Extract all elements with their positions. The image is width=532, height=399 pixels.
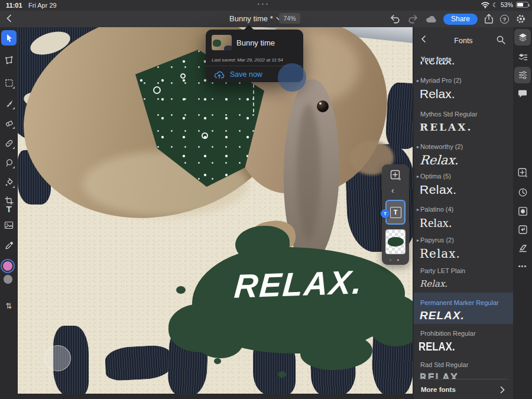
font-item-noteworthy[interactable]: ▸Noteworthy (2) Relax.	[414, 143, 513, 167]
touch-indicator-blue	[278, 63, 306, 92]
font-item-palatino[interactable]: ▸Palatino (4) Relax.	[414, 206, 513, 230]
font-item[interactable]: Relax.	[414, 61, 513, 72]
type-tool[interactable]: T	[1, 201, 17, 216]
font-name: Palatino (4)	[420, 206, 453, 213]
flyout-pager[interactable]: • •	[382, 257, 409, 262]
bunny-eye	[317, 100, 329, 112]
clock-history-icon	[518, 187, 528, 197]
adjustments-button[interactable]	[514, 67, 531, 83]
tool-bar: T ⇅	[0, 27, 18, 399]
do-not-disturb-moon-icon: ☾	[492, 2, 498, 8]
layer-properties-button[interactable]	[514, 48, 531, 65]
smudge-tool[interactable]	[1, 155, 17, 170]
eyedropper-tool[interactable]	[1, 238, 17, 253]
font-name: Rad Std Regular	[420, 361, 468, 368]
clock-time: 11:01	[6, 2, 22, 9]
clean-up-button[interactable]	[514, 240, 531, 257]
font-item-party-let[interactable]: Party LET Plain Relax.	[414, 267, 513, 291]
paint-splatter-dot	[214, 358, 221, 364]
wifi-icon	[481, 2, 489, 8]
pager-dot-dim: •	[390, 257, 394, 262]
cloud-sync-icon[interactable]	[425, 15, 437, 23]
fill-tool[interactable]	[1, 174, 17, 190]
brush-tool[interactable]	[1, 96, 17, 111]
bandana-ring-motif	[202, 132, 208, 139]
font-item-rad-std[interactable]: Rad Std Regular RELAX.	[414, 361, 513, 379]
document-thumbnail	[212, 35, 232, 50]
swap-arrows-icon: ⇅	[6, 301, 12, 310]
swap-colors-button[interactable]: ⇅	[1, 298, 17, 313]
add-layer-button[interactable]	[390, 169, 401, 181]
collapse-chevron-icon[interactable]: ‹	[391, 186, 394, 195]
font-item-myriad-pro[interactable]: ▸Myriad Pro (2) Relax.	[414, 77, 513, 101]
task-bar: •••	[513, 27, 532, 399]
font-name: Optima (5)	[420, 173, 451, 180]
document-title-dropdown[interactable]: Bunny time *	[229, 14, 282, 23]
smudge-icon	[5, 158, 14, 167]
select-tool[interactable]	[1, 75, 17, 90]
layer-mask-button[interactable]	[514, 203, 531, 219]
back-button[interactable]	[5, 14, 15, 24]
save-now-label: Save now	[230, 70, 262, 79]
status-bar: 11:01 Fri Apr 29 • • • ☾ 53%	[0, 0, 532, 11]
fonts-panel: Fonts Your fonts Relax. ▸Myriad Pro (2) …	[414, 27, 513, 399]
add-layer-icon	[390, 169, 401, 181]
sliders-icon	[518, 70, 528, 80]
undo-button[interactable]	[390, 14, 401, 24]
photoshop-ipad-app: 11:01 Fri Apr 29 • • • ☾ 53% Bunny time …	[0, 0, 532, 399]
redo-button[interactable]	[407, 14, 419, 24]
layer-properties-icon	[518, 52, 528, 61]
font-name: Noteworthy (2)	[420, 143, 463, 150]
brush-icon	[5, 99, 14, 108]
export-icon[interactable]	[484, 14, 494, 24]
bunny-eye-highlight	[319, 102, 322, 105]
foreground-color-chip[interactable]	[2, 260, 14, 272]
battery-icon	[516, 2, 528, 8]
add-layer-rail-button[interactable]	[514, 164, 531, 181]
share-button[interactable]: Share	[443, 14, 478, 25]
bandage-icon	[5, 139, 14, 148]
font-preview: Relax.	[414, 87, 513, 101]
eyedropper-icon	[5, 241, 14, 250]
paint-layer-tile[interactable]	[385, 229, 406, 254]
battery-percent: 53%	[501, 1, 513, 8]
more-fonts-button[interactable]: More fonts	[414, 381, 513, 398]
font-item-permanent-marker-selected[interactable]: Permanent Marker Regular RELAX.	[414, 293, 513, 324]
background-color-chip[interactable]	[3, 274, 13, 284]
multitask-dots-icon: • • •	[258, 1, 268, 7]
comments-button[interactable]	[514, 85, 531, 102]
zoom-level-badge[interactable]: 74%	[279, 13, 300, 24]
move-tool[interactable]	[1, 30, 17, 46]
layer-visibility-button[interactable]	[514, 184, 531, 200]
font-preview: Relax.	[414, 216, 513, 230]
transform-tool[interactable]	[1, 53, 17, 68]
settings-gear-icon[interactable]	[515, 14, 526, 24]
font-item-papyrus[interactable]: ▸Papyrus (2) Relax.	[414, 236, 513, 261]
layers-icon	[518, 33, 528, 43]
search-icon[interactable]	[496, 35, 506, 45]
layers-panel-button[interactable]	[514, 29, 531, 46]
font-item-mythos-std[interactable]: Mythos Std Regular RELAX.	[414, 111, 513, 134]
clipping-mask-button[interactable]	[514, 221, 531, 238]
font-item-prohibition[interactable]: Prohibition Regular RELAX.	[414, 330, 513, 353]
paint-splatter-dot	[176, 286, 186, 294]
relax-artwork-text: RELAX.	[194, 261, 403, 307]
bandana-ring-motif	[153, 86, 161, 94]
help-icon[interactable]: ?	[500, 15, 509, 24]
eraser-tool[interactable]	[1, 115, 17, 131]
more-fonts-label: More fonts	[421, 386, 456, 393]
ellipsis-icon: •••	[518, 262, 527, 270]
place-image-tool[interactable]	[1, 218, 17, 233]
font-preview: Relax.	[414, 61, 513, 67]
paint-blob-splat	[300, 333, 372, 370]
more-options-button[interactable]: •••	[514, 258, 531, 274]
paint-blob-splat	[235, 226, 290, 262]
document-canvas[interactable]: RELAX.	[18, 27, 413, 394]
font-name: Myriad Pro (2)	[420, 77, 462, 84]
font-preview: Relax.	[414, 183, 513, 197]
pager-dot-active: •	[397, 257, 401, 262]
healing-brush-tool[interactable]	[1, 135, 17, 151]
font-item-optima[interactable]: ▸Optima (5) Relax.	[414, 173, 513, 197]
font-name: Prohibition Regular	[420, 330, 476, 337]
bandana-ring-motif	[180, 73, 186, 79]
